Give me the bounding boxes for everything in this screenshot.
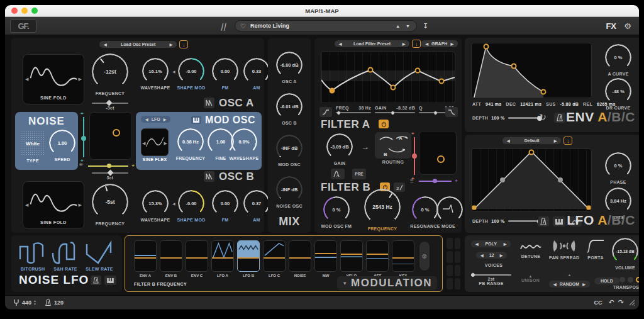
bitcrush-control[interactable]: BITCRUSH bbox=[19, 240, 47, 271]
modulation-settings-pill[interactable]: ⚙ bbox=[419, 242, 430, 271]
filter-xy-y-slider[interactable]: + + bbox=[410, 132, 419, 180]
env-graph[interactable] bbox=[471, 43, 592, 98]
prev-osc-preset-icon[interactable]: ◀ bbox=[104, 42, 107, 47]
mod-osc-waveshape-knob[interactable]: 0.0% WAVESHAPE bbox=[226, 128, 262, 160]
osc-a-shape-mod-knob[interactable]: -0.00 SHAPE MOD bbox=[175, 58, 208, 90]
env-decay-node[interactable] bbox=[511, 64, 516, 69]
random-prev-icon[interactable]: ◀ bbox=[553, 282, 557, 286]
lfo-depth-slider[interactable]: DEPTH 100 % bbox=[472, 219, 541, 223]
filter-gain-knob[interactable]: -3.09 dB GAIN bbox=[323, 133, 356, 165]
osc-preset-download-icon[interactable]: ↓ bbox=[179, 40, 188, 48]
osc-xy-cursor[interactable] bbox=[113, 129, 120, 137]
osc-a-wave-display[interactable]: ◀ ▶ SINE FOLD bbox=[23, 54, 84, 104]
pan-spread-control[interactable]: PAN SPREAD bbox=[549, 239, 579, 260]
x-slider-handle[interactable] bbox=[107, 164, 111, 168]
osc-xy-pad[interactable] bbox=[89, 112, 132, 160]
eq-node-1[interactable] bbox=[329, 87, 335, 93]
osc-b-fm-knob[interactable]: 0.00 FM bbox=[210, 190, 240, 222]
osc-b-fine-slider[interactable]: 3ct bbox=[92, 172, 128, 180]
lfo-tempo-sync-icon[interactable] bbox=[538, 216, 549, 227]
mod-osc-wave-display[interactable]: ◀ ▶ bbox=[141, 128, 169, 156]
osc-xy-y-slider[interactable]: + + bbox=[79, 112, 88, 162]
mod-slot-env-c[interactable] bbox=[186, 240, 208, 272]
pb-range-slider[interactable]: 2st PB RANGE bbox=[471, 274, 511, 286]
graph-prev-icon[interactable]: ◀ bbox=[425, 42, 428, 46]
mod-slot-lfo-c[interactable] bbox=[263, 240, 286, 272]
env-sustain-node[interactable] bbox=[541, 89, 547, 95]
lfo-node-start[interactable] bbox=[472, 206, 476, 210]
modulation-gear-icon[interactable]: ⚙ bbox=[422, 253, 428, 260]
eq-node-3[interactable] bbox=[391, 85, 396, 91]
env-rel-value[interactable]: 6265 ms bbox=[597, 102, 616, 106]
env-sus-value[interactable]: -5.88 dB bbox=[560, 102, 579, 106]
mod-slot-lfo-a[interactable] bbox=[211, 240, 234, 272]
zoom-window-button[interactable] bbox=[31, 8, 38, 14]
midi-cc-button[interactable]: CC bbox=[594, 299, 602, 306]
close-window-button[interactable] bbox=[11, 8, 18, 14]
mod-slot-lfo-b-active[interactable] bbox=[237, 240, 260, 272]
preset-next-icon[interactable]: ▼ bbox=[406, 24, 411, 28]
next-filter-preset-icon[interactable]: ▶ bbox=[402, 42, 406, 46]
random-control[interactable]: ▲ ◀ RANDOM ▶ bbox=[549, 273, 590, 288]
mod-slot-mw[interactable] bbox=[314, 240, 337, 272]
mod-osc-keytrack-icon[interactable] bbox=[191, 116, 201, 124]
filter-preset-loader[interactable]: ◀ Load Filter Preset ▶ bbox=[335, 40, 409, 47]
graph-next-icon[interactable]: ▶ bbox=[450, 42, 453, 46]
favorite-icon[interactable]: ♡ bbox=[240, 23, 246, 30]
filter-pre-button[interactable]: PRE bbox=[352, 169, 366, 179]
env-title-bc[interactable]: /B/C bbox=[608, 109, 635, 124]
tuning-fork-icon[interactable] bbox=[14, 299, 19, 306]
modulation-header[interactable]: ▼ MODULATION bbox=[337, 276, 437, 290]
mod-slot-noise[interactable] bbox=[289, 240, 311, 272]
next-osc-preset-icon[interactable]: ▶ bbox=[170, 42, 173, 47]
detune-control[interactable]: DETUNE bbox=[520, 242, 541, 259]
osc-a-wave-prev-icon[interactable]: ◀ bbox=[25, 77, 28, 82]
mix-noise-osc-knob[interactable]: -INF dB NOISE OSC bbox=[274, 176, 304, 208]
preset-prev-icon[interactable]: ▲ bbox=[396, 24, 401, 28]
env-tempo-sync-icon[interactable] bbox=[554, 113, 565, 123]
tuning-value[interactable]: 440 bbox=[22, 299, 31, 306]
filter-mode-knob[interactable]: MODE bbox=[436, 196, 460, 228]
transpose-dots[interactable] bbox=[619, 277, 639, 283]
poly-next-icon[interactable]: ▶ bbox=[504, 242, 507, 246]
slew-rate-control[interactable]: SLEW RATE bbox=[86, 240, 113, 271]
y-slider-handle[interactable] bbox=[81, 136, 86, 141]
poly-mode-selector[interactable]: ◀ POLY ▶ bbox=[471, 240, 511, 247]
porta-control[interactable]: PORTA bbox=[583, 239, 608, 260]
osc-a-wave-next-icon[interactable]: ▶ bbox=[79, 77, 82, 82]
osc-b-shape-mod-knob[interactable]: -0.00 SHAPE MOD bbox=[175, 190, 208, 222]
filter-mod-osc-fm-knob[interactable]: 0 % MOD OSC FM bbox=[318, 196, 355, 228]
env-att-value[interactable]: 941 ms bbox=[486, 102, 502, 106]
mod-slot-aft[interactable] bbox=[366, 240, 389, 272]
noise-lfo-tempo-sync-icon[interactable] bbox=[91, 276, 101, 285]
modulation-collapse-icon[interactable]: ▼ bbox=[342, 281, 347, 286]
preset-browser-icon[interactable]: || bbox=[220, 21, 228, 31]
lfo-node-end[interactable] bbox=[587, 206, 591, 210]
noise-type-display[interactable]: White bbox=[20, 131, 45, 156]
random-next-icon[interactable]: ▶ bbox=[582, 282, 586, 286]
minimize-window-button[interactable] bbox=[21, 8, 28, 14]
lfo-node-peak[interactable] bbox=[529, 149, 535, 155]
osc-preset-loader[interactable]: ◀ Load Osc Preset ▶ bbox=[99, 41, 177, 48]
lfo-title-a[interactable]: A bbox=[597, 213, 608, 227]
env-a-curve-knob[interactable]: 0 % A CURVE bbox=[599, 44, 637, 76]
filter-routing-control[interactable]: AB ROUTING bbox=[374, 132, 413, 164]
titlebar[interactable]: MAP/1-MAP bbox=[5, 5, 639, 17]
preset-selector[interactable]: ♡ Remote Living ▲ ▼ bbox=[235, 20, 417, 31]
noise-speed-knob[interactable]: 1.00 SPEED bbox=[48, 130, 77, 162]
lfo-preset-prev-icon[interactable]: ◀ bbox=[507, 138, 510, 143]
transpose-dot-2[interactable] bbox=[628, 277, 633, 283]
lfo-keytrack-icon[interactable] bbox=[553, 216, 565, 227]
env-attack-node[interactable] bbox=[483, 44, 489, 50]
osc-b-wave-next-icon[interactable]: ▶ bbox=[79, 203, 82, 208]
filter-freq-control[interactable]: FREQ38 Hz bbox=[336, 106, 371, 113]
osc-a-fm-knob[interactable]: 0.00 FM bbox=[210, 58, 240, 90]
undo-icon[interactable]: ↶ bbox=[609, 298, 614, 306]
mix-osc-a-knob[interactable]: -6.00 dB OSC A bbox=[274, 52, 304, 84]
filter-xy-menu-icon[interactable]: ≡ bbox=[410, 177, 414, 184]
osc-a-waveshape-knob[interactable]: 16.1% WAVESHAPE bbox=[139, 58, 172, 90]
mix-osc-b-knob[interactable]: -6.01 dB OSC B bbox=[274, 93, 304, 125]
mod-osc-source-prev-icon[interactable]: ◀ bbox=[145, 117, 148, 121]
lowpass-icon[interactable] bbox=[445, 107, 458, 117]
hold-button[interactable]: HOLD bbox=[594, 277, 619, 284]
